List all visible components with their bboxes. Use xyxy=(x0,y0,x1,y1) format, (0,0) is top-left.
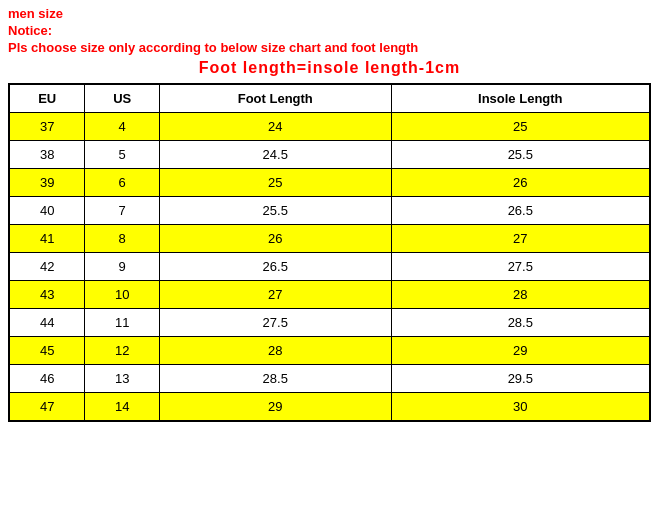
page-wrapper: men size Notice: Pls choose size only ac… xyxy=(0,0,659,430)
cell-foot: 24.5 xyxy=(159,141,391,169)
cell-eu: 39 xyxy=(9,169,85,197)
cell-foot: 29 xyxy=(159,393,391,422)
formula-text: Foot length=insole length-1cm xyxy=(8,59,651,77)
cell-us: 7 xyxy=(85,197,160,225)
cell-insole: 28.5 xyxy=(391,309,650,337)
table-header-row: EU US Foot Length Insole Length xyxy=(9,84,650,113)
cell-eu: 37 xyxy=(9,113,85,141)
cell-insole: 27.5 xyxy=(391,253,650,281)
cell-eu: 41 xyxy=(9,225,85,253)
cell-us: 8 xyxy=(85,225,160,253)
cell-us: 9 xyxy=(85,253,160,281)
cell-insole: 26 xyxy=(391,169,650,197)
cell-foot: 24 xyxy=(159,113,391,141)
cell-foot: 28.5 xyxy=(159,365,391,393)
cell-insole: 26.5 xyxy=(391,197,650,225)
cell-us: 12 xyxy=(85,337,160,365)
cell-insole: 25.5 xyxy=(391,141,650,169)
table-row: 45122829 xyxy=(9,337,650,365)
header-us: US xyxy=(85,84,160,113)
cell-insole: 27 xyxy=(391,225,650,253)
cell-us: 13 xyxy=(85,365,160,393)
table-row: 441127.528.5 xyxy=(9,309,650,337)
cell-eu: 47 xyxy=(9,393,85,422)
cell-insole: 28 xyxy=(391,281,650,309)
table-row: 461328.529.5 xyxy=(9,365,650,393)
notice-label: Notice: xyxy=(8,23,651,38)
cell-us: 11 xyxy=(85,309,160,337)
men-size-title: men size xyxy=(8,6,651,21)
table-row: 42926.527.5 xyxy=(9,253,650,281)
cell-foot: 25 xyxy=(159,169,391,197)
cell-foot: 26 xyxy=(159,225,391,253)
cell-us: 5 xyxy=(85,141,160,169)
cell-eu: 42 xyxy=(9,253,85,281)
cell-us: 6 xyxy=(85,169,160,197)
table-row: 38524.525.5 xyxy=(9,141,650,169)
table-row: 3962526 xyxy=(9,169,650,197)
cell-insole: 25 xyxy=(391,113,650,141)
table-row: 3742425 xyxy=(9,113,650,141)
cell-us: 10 xyxy=(85,281,160,309)
cell-eu: 44 xyxy=(9,309,85,337)
cell-foot: 27.5 xyxy=(159,309,391,337)
cell-foot: 28 xyxy=(159,337,391,365)
table-row: 4182627 xyxy=(9,225,650,253)
header-foot-length: Foot Length xyxy=(159,84,391,113)
cell-eu: 38 xyxy=(9,141,85,169)
cell-eu: 45 xyxy=(9,337,85,365)
cell-insole: 30 xyxy=(391,393,650,422)
cell-eu: 40 xyxy=(9,197,85,225)
table-row: 47142930 xyxy=(9,393,650,422)
header-insole-length: Insole Length xyxy=(391,84,650,113)
cell-foot: 27 xyxy=(159,281,391,309)
cell-eu: 43 xyxy=(9,281,85,309)
cell-foot: 25.5 xyxy=(159,197,391,225)
cell-foot: 26.5 xyxy=(159,253,391,281)
cell-insole: 29.5 xyxy=(391,365,650,393)
cell-us: 14 xyxy=(85,393,160,422)
cell-us: 4 xyxy=(85,113,160,141)
table-row: 40725.526.5 xyxy=(9,197,650,225)
size-chart-table: EU US Foot Length Insole Length 37424253… xyxy=(8,83,651,422)
cell-eu: 46 xyxy=(9,365,85,393)
table-row: 43102728 xyxy=(9,281,650,309)
cell-insole: 29 xyxy=(391,337,650,365)
instruction-text: Pls choose size only according to below … xyxy=(8,40,651,55)
header-eu: EU xyxy=(9,84,85,113)
